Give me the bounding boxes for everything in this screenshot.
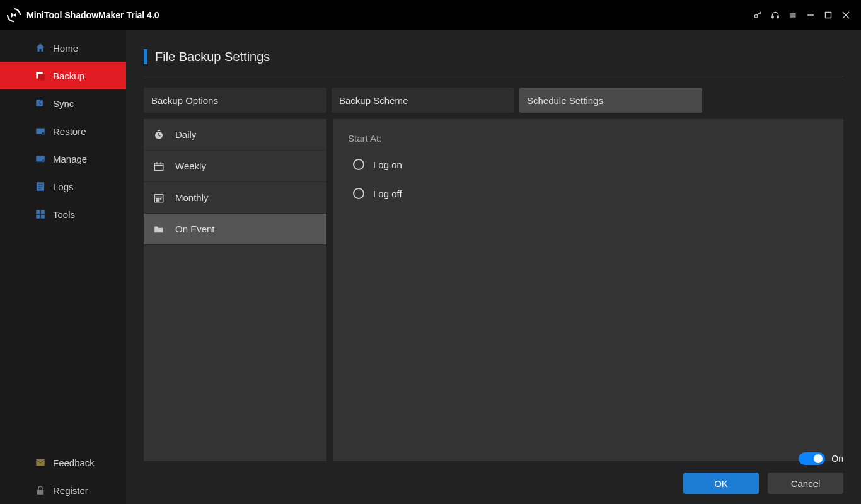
sidebar-item-home[interactable]: Home [0,34,126,62]
logs-icon [34,180,47,193]
svg-rect-1 [772,16,773,18]
sidebar-item-register[interactable]: Register [0,476,126,504]
sidebar-item-label: Register [53,485,88,496]
svg-rect-21 [36,210,40,214]
sidebar-item-manage[interactable]: Manage [0,145,126,173]
calendar-month-icon [153,192,165,204]
sidebar-item-backup[interactable]: Backup [0,62,126,89]
svg-point-36 [160,198,161,199]
schedule-mode-weekly[interactable]: Weekly [144,151,326,182]
ok-button[interactable]: OK [683,472,759,494]
svg-point-35 [158,198,159,199]
svg-rect-24 [41,215,45,219]
divider [144,76,843,76]
schedule-detail-panel: Start At: Log on Log off [333,119,843,461]
close-icon[interactable] [837,6,855,24]
svg-rect-22 [41,210,45,214]
radio-log-on[interactable]: Log on [348,159,828,170]
svg-rect-26 [37,490,44,495]
svg-point-14 [42,132,45,135]
svg-rect-7 [826,13,831,18]
tab-backup-scheme[interactable]: Backup Scheme [332,88,514,113]
dialog-footer: OK Cancel [144,461,843,494]
svg-point-0 [754,14,758,18]
page-title-accent [144,49,147,64]
sidebar-item-label: Feedback [53,457,95,468]
svg-point-37 [156,200,158,201]
title-bar: MiniTool ShadowMaker Trial 4.0 [0,0,861,30]
page-title: File Backup Settings [155,50,270,64]
lock-icon [34,484,47,496]
radio-label: Log on [373,159,402,170]
radio-label: Log off [373,188,402,199]
schedule-mode-monthly[interactable]: Monthly [144,182,326,214]
schedule-mode-label: Monthly [175,192,209,203]
schedule-mode-list: Daily Weekly Monthly On Event [144,119,326,461]
clock-icon [153,129,165,141]
sidebar-item-label: Logs [53,181,74,192]
schedule-mode-label: Weekly [175,161,206,171]
svg-point-38 [158,200,159,201]
schedule-mode-label: On Event [175,224,215,234]
svg-rect-11 [38,74,45,81]
maximize-icon[interactable] [819,6,837,24]
sidebar-item-restore[interactable]: Restore [0,117,126,145]
page-title-row: File Backup Settings [144,49,843,64]
radio-icon [353,159,364,170]
svg-rect-2 [777,16,778,18]
schedule-mode-daily[interactable]: Daily [144,119,326,151]
sidebar-item-feedback[interactable]: Feedback [0,449,126,476]
sidebar-item-label: Tools [53,209,75,220]
main-panel: File Backup Settings Backup Options Back… [126,30,861,504]
manage-icon [34,152,47,165]
calendar-week-icon [153,160,165,173]
radio-icon [353,188,364,199]
svg-rect-25 [36,459,45,466]
sidebar: Home Backup Sync Restore Manage Logs Too… [0,30,126,504]
start-at-label: Start At: [348,133,828,144]
sidebar-item-sync[interactable]: Sync [0,89,126,117]
restore-icon [34,125,47,137]
schedule-toggle[interactable]: On [799,452,843,465]
key-icon[interactable] [749,6,766,24]
schedule-mode-on-event[interactable]: On Event [144,214,326,245]
menu-icon[interactable] [784,6,802,24]
sync-icon [34,97,47,110]
home-icon [34,42,47,54]
toggle-knob [814,454,823,463]
toggle-label: On [831,454,843,464]
sidebar-item-tools[interactable]: Tools [0,200,126,228]
settings-tabs: Backup Options Backup Scheme Schedule Se… [144,88,843,113]
sidebar-item-label: Restore [53,126,86,137]
headset-icon[interactable] [766,6,784,24]
minimize-icon[interactable] [802,6,819,24]
sidebar-item-label: Backup [53,71,84,81]
sidebar-item-logs[interactable]: Logs [0,173,126,200]
svg-rect-23 [36,215,40,219]
tools-icon [34,208,47,220]
schedule-mode-label: Daily [175,129,196,140]
sidebar-item-label: Home [53,43,78,54]
app-title: MiniTool ShadowMaker Trial 4.0 [26,10,159,20]
toggle-switch[interactable] [799,452,825,465]
svg-rect-28 [154,163,163,170]
app-logo-icon [6,8,21,23]
svg-point-34 [156,198,158,199]
folder-icon [153,223,165,236]
sidebar-item-label: Manage [53,154,87,164]
cancel-button[interactable]: Cancel [768,472,843,494]
tab-schedule-settings[interactable]: Schedule Settings [519,88,702,113]
backup-icon [34,69,47,82]
svg-point-16 [42,160,45,163]
feedback-icon [34,456,47,469]
tab-backup-options[interactable]: Backup Options [144,88,326,113]
sidebar-item-label: Sync [53,98,74,109]
radio-log-off[interactable]: Log off [348,188,828,199]
